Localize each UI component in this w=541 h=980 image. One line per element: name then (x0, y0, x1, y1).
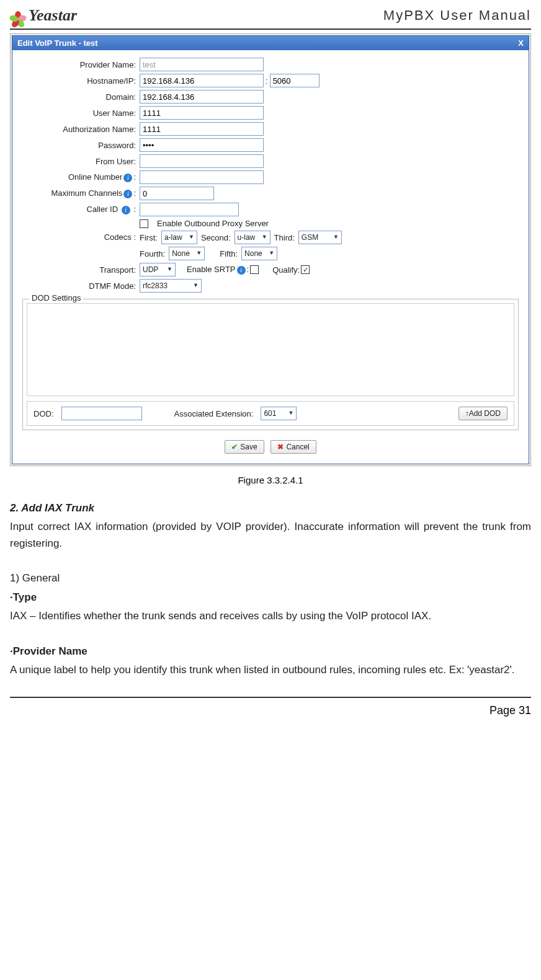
provider-name-label: Provider Name: (19, 60, 140, 69)
brand-text: Yeastar (29, 6, 77, 25)
page-header: Yeastar MyPBX User Manual (10, 6, 531, 30)
codec-third-label: Third: (274, 233, 295, 242)
codec-second-select[interactable]: u-law (235, 231, 270, 244)
codec-second-label: Second: (201, 233, 231, 242)
hostname-input[interactable] (140, 74, 264, 87)
authname-label: Authorization Name: (19, 125, 140, 134)
port-input[interactable] (270, 74, 320, 87)
hostname-label: Hostname/IP: (19, 76, 140, 86)
online-number-label: Online Numberi: (19, 172, 140, 182)
dialog-title: Edit VoIP Trunk - test (17, 38, 98, 48)
cancel-button[interactable]: ✖Cancel (270, 440, 316, 454)
codec-fifth-label: Fifth: (220, 249, 238, 258)
check-icon: ✔ (231, 443, 238, 451)
codec-first-label: First: (140, 233, 158, 242)
enable-proxy-label: Enable Outbound Proxy Server (157, 219, 269, 228)
para-type: IAX – Identifies whether the trunk sends… (10, 608, 531, 624)
dtmf-select[interactable]: rfc2833 (140, 279, 202, 293)
dod-label: DOD: (34, 409, 54, 418)
callerid-label: Caller ID i : (19, 205, 140, 214)
codec-fourth-select[interactable]: None (169, 247, 205, 260)
transport-select[interactable]: UDP (140, 263, 176, 276)
password-input[interactable] (140, 138, 264, 152)
codecs-label: Codecs : (19, 231, 140, 242)
qualify-label: Qualify: (272, 265, 300, 275)
save-button[interactable]: ✔Save (225, 440, 264, 454)
domain-input[interactable] (140, 90, 264, 104)
heading-type: ·Type (10, 591, 37, 603)
dialog-titlebar: Edit VoIP Trunk - test X (12, 36, 529, 50)
logo: Yeastar (10, 6, 77, 25)
dod-settings-fieldset: DOD Settings DOD: Associated Extension: … (22, 299, 519, 430)
password-label: Password: (19, 141, 140, 150)
dialog-body: Provider Name: Hostname/IP: : Domain: Us… (12, 50, 529, 464)
page-footer: Page 31 (10, 697, 531, 717)
dialog-screenshot-wrap: Edit VoIP Trunk - test X Provider Name: … (10, 33, 531, 466)
dialog: Edit VoIP Trunk - test X Provider Name: … (12, 35, 529, 464)
info-icon[interactable]: i (123, 190, 132, 198)
heading-provider-name: ·Provider Name (10, 645, 87, 657)
dod-legend: DOD Settings (29, 293, 83, 302)
info-icon[interactable]: i (122, 206, 130, 214)
fromuser-input[interactable] (140, 154, 264, 168)
provider-name-input[interactable] (140, 58, 264, 71)
enable-srtp-label: Enable SRTPi: (187, 265, 249, 275)
body-text: 2. Add IAX Trunk Input correct IAX infor… (10, 500, 531, 678)
port-separator: : (266, 76, 268, 86)
enable-srtp-checkbox[interactable] (250, 265, 259, 274)
codec-first-select[interactable]: a-law (161, 231, 197, 244)
username-input[interactable] (140, 106, 264, 120)
username-label: User Name: (19, 108, 140, 118)
page-number: Page 31 (490, 704, 531, 717)
codec-third-select[interactable]: GSM (298, 231, 342, 244)
callerid-input[interactable] (140, 203, 239, 216)
authname-input[interactable] (140, 122, 264, 136)
codec-fourth-label: Fourth: (140, 249, 165, 258)
maxchannels-input[interactable] (140, 187, 214, 200)
figure-caption: Figure 3.3.2.4.1 (10, 475, 531, 485)
domain-label: Domain: (19, 92, 140, 102)
dod-add-row: DOD: Associated Extension: 601 ↑Add DOD (27, 401, 514, 426)
codec-fifth-select[interactable]: None (241, 247, 277, 260)
enable-proxy-checkbox[interactable] (140, 219, 148, 228)
dod-input[interactable] (61, 407, 142, 420)
dod-list (27, 303, 514, 396)
heading-add-iax: 2. Add IAX Trunk (10, 502, 94, 514)
heading-general: 1) General (10, 570, 531, 586)
dialog-footer: ✔Save ✖Cancel (19, 434, 522, 459)
online-number-input[interactable] (140, 170, 264, 184)
close-icon[interactable]: X (518, 38, 524, 48)
para-provider-name: A unique label to help you identify this… (10, 662, 531, 678)
manual-title: MyPBX User Manual (383, 7, 531, 24)
para-iax-info: Input correct IAX information (provided … (10, 519, 531, 552)
cross-icon: ✖ (277, 443, 284, 451)
info-icon[interactable]: i (123, 174, 132, 182)
dtmf-label: DTMF Mode: (19, 281, 140, 291)
maxchannels-label: Maximum Channelsi: (19, 188, 140, 198)
qualify-checkbox[interactable]: ✓ (301, 265, 310, 274)
fromuser-label: From User: (19, 157, 140, 166)
assoc-ext-label: Associated Extension: (174, 409, 254, 418)
add-dod-button[interactable]: ↑Add DOD (458, 407, 507, 420)
assoc-ext-select[interactable]: 601 (261, 407, 297, 420)
flower-icon (10, 7, 26, 24)
transport-label: Transport: (19, 265, 140, 275)
info-icon[interactable]: i (237, 266, 246, 275)
